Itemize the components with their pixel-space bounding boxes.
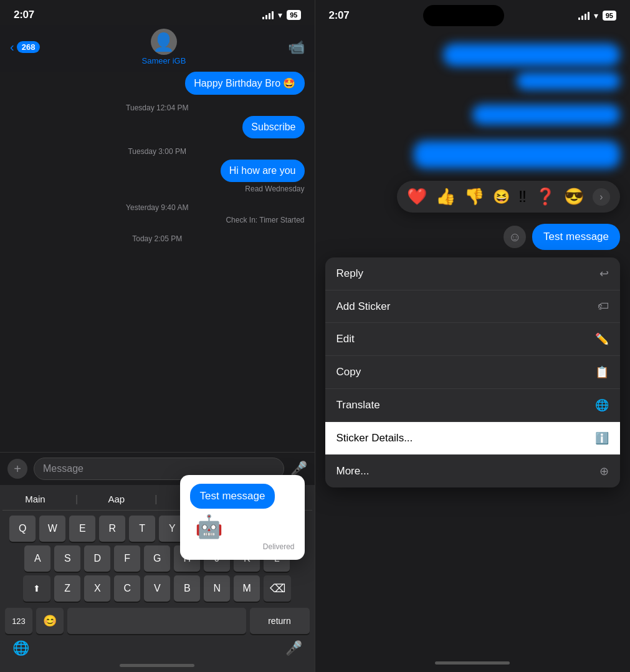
key-space[interactable] (67, 608, 246, 634)
message-row: Subscribe (10, 116, 305, 138)
popup-card: Test message 🤖 Delivered (180, 475, 305, 560)
reaction-cool[interactable]: 😎 (564, 187, 584, 206)
timestamp-label: Tuesday 3:00 PM (10, 147, 305, 156)
battery-badge-left: 95 (287, 10, 300, 20)
edit-label: Edit (336, 333, 355, 345)
context-menu-copy[interactable]: Copy 📋 (325, 356, 621, 389)
key-b[interactable]: B (174, 575, 200, 602)
avatar: 👤 (151, 29, 177, 55)
message-placeholder: Message (43, 463, 84, 474)
copy-icon: 📋 (595, 365, 609, 379)
key-delete[interactable]: ⌫ (264, 575, 291, 602)
copy-label: Copy (336, 366, 361, 378)
key-m[interactable]: M (234, 575, 260, 602)
key-c[interactable]: C (114, 575, 140, 602)
reaction-thumbsup[interactable]: 👍 (436, 187, 456, 206)
nav-bar-left: ‹ 268 👤 Sameer iGB 📹 (0, 25, 315, 72)
wifi-icon-right: ▾ (594, 11, 598, 21)
reaction-bar: ❤️ 👍 👎 😆 ‼️ ❓ 😎 › (397, 181, 620, 213)
right-panel: 2:07 ▾ 95 ❤️ 👍 👎 😆 ‼️ ❓ 😎 › (315, 0, 631, 672)
reaction-more-button[interactable]: › (593, 188, 610, 206)
timestamp-label: Tuesday 12:04 PM (10, 103, 305, 112)
more-icon: ⊕ (599, 464, 609, 478)
translate-icon: 🌐 (595, 398, 609, 412)
key-numbers[interactable]: 123 (5, 608, 32, 634)
home-indicator (120, 664, 194, 667)
key-x[interactable]: X (84, 575, 110, 602)
blurred-message (472, 105, 620, 125)
chevron-left-icon: ‹ (10, 40, 14, 54)
delivered-label: Delivered (190, 542, 295, 551)
add-sticker-label: Add Sticker (336, 300, 391, 313)
system-message: Check In: Timer Started (10, 216, 305, 224)
back-count[interactable]: 268 (17, 41, 41, 53)
context-menu: Reply ↩ Add Sticker 🏷 Edit ✏️ Copy 📋 Tra… (325, 257, 621, 487)
timestamp-label: Yesterday 9:40 AM (10, 203, 305, 212)
reply-label: Reply (336, 267, 363, 280)
blurred-message (443, 44, 620, 66)
translate-label: Translate (336, 399, 380, 411)
timestamp-label: Today 2:05 PM (10, 234, 305, 243)
message-bubble: Hi how are you (221, 160, 305, 182)
keyboard-row-3: ⬆ Z X C V B N M ⌫ (2, 575, 312, 602)
popup-sticker: 🤖 (195, 514, 295, 540)
keyboard-bottom-row: 123 😊 return (2, 605, 312, 640)
add-reaction-button[interactable]: ☺ (504, 226, 526, 248)
globe-icon[interactable]: 🌐 (12, 640, 29, 656)
test-message-bubble: Test message (532, 224, 620, 250)
reaction-question[interactable]: ❓ (535, 187, 555, 206)
edit-icon: ✏️ (595, 332, 609, 346)
key-shift[interactable]: ⬆ (23, 575, 50, 602)
popup-message-bubble: Test message (190, 484, 275, 509)
context-menu-more[interactable]: More... ⊕ (325, 455, 621, 487)
context-menu-add-sticker[interactable]: Add Sticker 🏷 (325, 290, 621, 323)
mic-keyboard-icon[interactable]: 🎤 (285, 640, 302, 656)
message-bubble: Happy Birthday Bro 🤩 (185, 72, 304, 95)
signal-icon-right (578, 11, 589, 20)
add-sticker-icon: 🏷 (598, 300, 609, 313)
reaction-exclamation[interactable]: ‼️ (518, 187, 527, 206)
blurred-message (517, 72, 620, 90)
key-n[interactable]: N (204, 575, 230, 602)
battery-badge-right: 95 (603, 11, 616, 21)
message-row: Happy Birthday Bro 🤩 (10, 72, 305, 95)
left-panel: 2:07 ▾ 95 ‹ 268 👤 Sameer iGB 📹 (0, 0, 315, 672)
signal-icon (262, 11, 274, 19)
time-right: 2:07 (329, 9, 350, 22)
status-icons-left: ▾ 95 (262, 10, 300, 20)
popup-overlay: Test message 🤖 Delivered (0, 475, 315, 560)
video-call-icon[interactable]: 📹 (288, 39, 305, 55)
message-row: Hi how are you (10, 160, 305, 182)
reaction-heart[interactable]: ❤️ (407, 187, 427, 206)
home-indicator-right (435, 661, 510, 665)
status-bar-left: 2:07 ▾ 95 (0, 0, 315, 25)
wifi-icon: ▾ (278, 10, 282, 20)
info-icon: ℹ️ (595, 431, 609, 445)
status-bar-right: 2:07 ▾ 95 (315, 0, 631, 31)
context-menu-reply[interactable]: Reply ↩ (325, 257, 621, 290)
status-icons-right: ▾ 95 (578, 11, 616, 21)
message-bubble: Subscribe (242, 116, 304, 138)
contact-info[interactable]: 👤 Sameer iGB (142, 29, 186, 65)
key-return[interactable]: return (250, 608, 310, 634)
key-z[interactable]: Z (54, 575, 80, 602)
context-menu-sticker-details[interactable]: Sticker Details... ℹ️ (325, 422, 621, 455)
time-left: 2:07 (14, 9, 34, 21)
messages-area: Happy Birthday Bro 🤩 Tuesday 12:04 PM Su… (0, 72, 315, 452)
read-receipt: Read Wednesday (10, 185, 305, 193)
blurred-message (414, 141, 620, 168)
sticker-details-label: Sticker Details... (336, 432, 413, 444)
context-menu-translate[interactable]: Translate 🌐 (325, 389, 621, 422)
blurred-background (315, 31, 631, 175)
key-v[interactable]: V (144, 575, 170, 602)
test-message-row: ☺ Test message (315, 219, 631, 255)
reaction-thumbsdown[interactable]: 👎 (464, 187, 484, 206)
context-menu-edit[interactable]: Edit ✏️ (325, 323, 621, 356)
back-button[interactable]: ‹ 268 (10, 40, 40, 54)
contact-name[interactable]: Sameer iGB (142, 56, 186, 65)
dynamic-island (423, 5, 504, 26)
key-emoji[interactable]: 😊 (36, 608, 64, 634)
more-label: More... (336, 465, 370, 478)
reply-icon: ↩ (599, 267, 609, 281)
reaction-haha[interactable]: 😆 (493, 189, 510, 205)
